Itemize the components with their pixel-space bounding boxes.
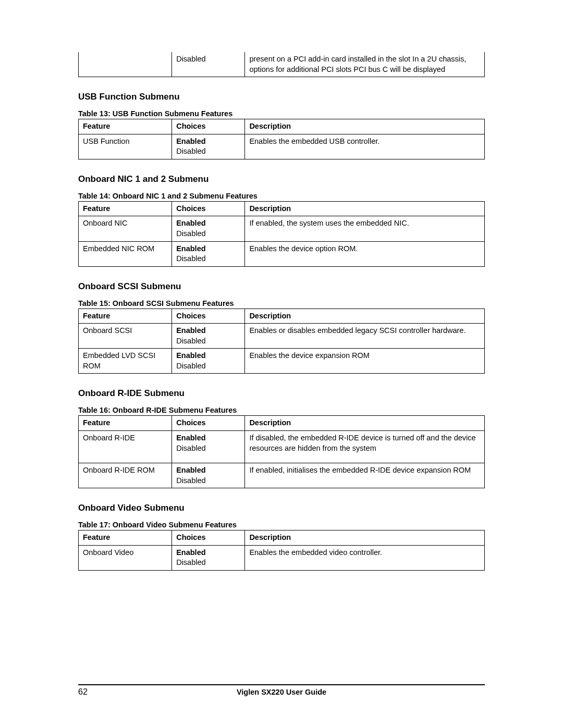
feature-cell: Embedded NIC ROM <box>79 241 172 266</box>
scsi-table-caption: Table 15: Onboard SCSI Submenu Features <box>78 299 485 307</box>
table-row: Onboard R-IDE Enabled Disabled If disabl… <box>79 431 485 463</box>
feature-cell: USB Function <box>79 134 172 159</box>
col-header-description: Description <box>245 119 485 134</box>
choice-bold: Enabled <box>176 351 205 360</box>
description-cell: Enables the device option ROM. <box>245 241 485 266</box>
feature-cell: Onboard SCSI <box>79 324 172 349</box>
choice-bold: Enabled <box>176 326 205 335</box>
fragment-choices-cell: Disabled <box>172 52 245 77</box>
table-row: Embedded NIC ROM Enabled Disabled Enable… <box>79 241 485 266</box>
choice-plain: Disabled <box>176 558 205 566</box>
choice-plain: Disabled <box>176 362 205 370</box>
choice-bold: Enabled <box>176 137 205 145</box>
choice-bold: Enabled <box>176 466 205 474</box>
col-header-choices: Choices <box>172 201 245 216</box>
description-cell: If disabled, the embedded R-IDE device i… <box>245 431 485 463</box>
usb-table: Feature Choices Description USB Function… <box>78 119 485 159</box>
table-row: Onboard NIC Enabled Disabled If enabled,… <box>79 216 485 241</box>
scsi-heading: Onboard SCSI Submenu <box>78 281 485 292</box>
choices-cell: Enabled Disabled <box>172 463 245 488</box>
col-header-choices: Choices <box>172 309 245 324</box>
ride-table: Feature Choices Description Onboard R-ID… <box>78 415 485 488</box>
choice-plain: Disabled <box>176 476 205 485</box>
choices-cell: Enabled Disabled <box>172 545 245 570</box>
video-heading: Onboard Video Submenu <box>78 503 485 513</box>
choice-bold: Enabled <box>176 548 205 557</box>
choices-cell: Enabled Disabled <box>172 349 245 374</box>
table-row: Onboard Video Enabled Disabled Enables t… <box>79 545 485 570</box>
table-row: USB Function Enabled Disabled Enables th… <box>79 134 485 159</box>
feature-cell: Onboard NIC <box>79 216 172 241</box>
choice-plain: Disabled <box>176 444 205 452</box>
choice-bold: Enabled <box>176 434 205 442</box>
fragment-feature-cell <box>79 52 172 77</box>
scsi-table: Feature Choices Description Onboard SCSI… <box>78 309 485 374</box>
choice-bold: Enabled <box>176 219 205 227</box>
feature-cell: Embedded LVD SCSI ROM <box>79 349 172 374</box>
nic-table-caption: Table 14: Onboard NIC 1 and 2 Submenu Fe… <box>78 192 485 200</box>
choice-plain: Disabled <box>176 229 205 238</box>
col-header-feature: Feature <box>79 416 172 431</box>
usb-heading: USB Function Submenu <box>78 92 485 102</box>
choice-plain: Disabled <box>176 254 205 263</box>
description-cell: Enables the device expansion ROM <box>245 349 485 374</box>
col-header-feature: Feature <box>79 119 172 134</box>
choices-cell: Enabled Disabled <box>172 216 245 241</box>
video-table: Feature Choices Description Onboard Vide… <box>78 530 485 571</box>
usb-table-caption: Table 13: USB Function Submenu Features <box>78 109 485 118</box>
ride-table-caption: Table 16: Onboard R-IDE Submenu Features <box>78 406 485 414</box>
page-number: 62 <box>78 687 109 697</box>
col-header-feature: Feature <box>79 201 172 216</box>
col-header-choices: Choices <box>172 416 245 431</box>
choices-cell: Enabled Disabled <box>172 324 245 349</box>
previous-table-fragment: Disabled present on a PCI add-in card in… <box>78 52 485 77</box>
description-cell: Enables or disables embedded legacy SCSI… <box>245 324 485 349</box>
choices-cell: Enabled Disabled <box>172 134 245 159</box>
footer-title: Viglen SX220 User Guide <box>109 688 454 696</box>
col-header-feature: Feature <box>79 309 172 324</box>
col-header-description: Description <box>245 416 485 431</box>
feature-cell: Onboard R-IDE <box>79 431 172 463</box>
col-header-description: Description <box>245 309 485 324</box>
ride-heading: Onboard R-IDE Submenu <box>78 388 485 399</box>
choices-cell: Enabled Disabled <box>172 431 245 463</box>
feature-cell: Onboard Video <box>79 545 172 570</box>
choice-plain: Disabled <box>176 147 205 155</box>
page-footer: 62 Viglen SX220 User Guide <box>78 684 485 697</box>
description-cell: If enabled, initialises the embedded R-I… <box>245 463 485 488</box>
col-header-choices: Choices <box>172 530 245 546</box>
nic-heading: Onboard NIC 1 and 2 Submenu <box>78 174 485 184</box>
feature-cell: Onboard R-IDE ROM <box>79 463 172 488</box>
choice-bold: Enabled <box>176 244 205 253</box>
table-row: Embedded LVD SCSI ROM Enabled Disabled E… <box>79 349 485 374</box>
nic-table: Feature Choices Description Onboard NIC … <box>78 201 485 267</box>
video-table-caption: Table 17: Onboard Video Submenu Features <box>78 521 485 529</box>
description-cell: If enabled, the system uses the embedded… <box>245 216 485 241</box>
choice-plain: Disabled <box>176 337 205 345</box>
description-cell: Enables the embedded USB controller. <box>245 134 485 159</box>
col-header-choices: Choices <box>172 119 245 134</box>
table-row: Onboard SCSI Enabled Disabled Enables or… <box>79 324 485 349</box>
col-header-description: Description <box>245 530 485 546</box>
description-cell: Enables the embedded video controller. <box>245 545 485 570</box>
col-header-feature: Feature <box>79 530 172 546</box>
table-row: Onboard R-IDE ROM Enabled Disabled If en… <box>79 463 485 488</box>
col-header-description: Description <box>245 201 485 216</box>
fragment-description-cell: present on a PCI add-in card installed i… <box>245 52 485 77</box>
choices-cell: Enabled Disabled <box>172 241 245 266</box>
